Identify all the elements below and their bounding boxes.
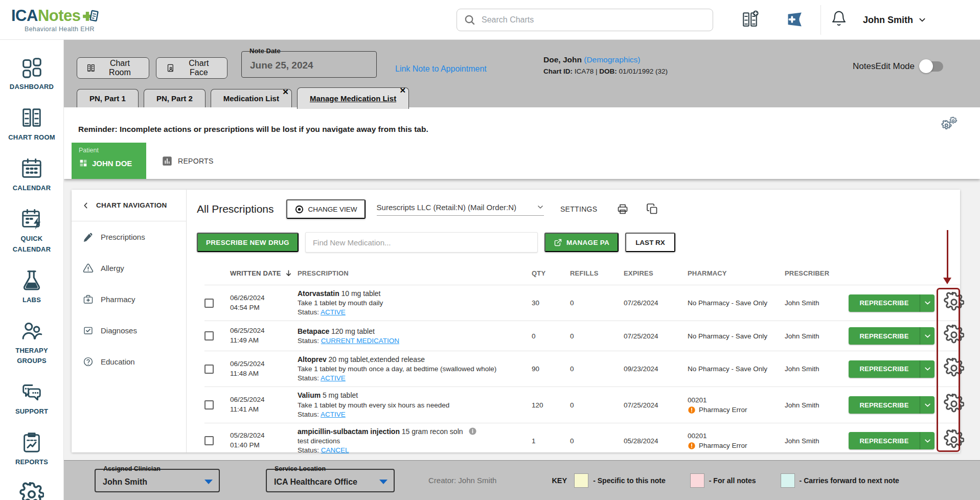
sort-descending-icon[interactable] xyxy=(284,269,293,278)
last-rx-button[interactable]: LAST RX xyxy=(625,233,675,252)
creator-text: Creator: John Smith xyxy=(428,476,496,485)
find-medication-input[interactable] xyxy=(305,232,538,253)
sidebar-item[interactable]: CHART ROOM xyxy=(1,106,62,143)
sidebar-settings-gear-icon[interactable] xyxy=(19,482,44,500)
search-input[interactable] xyxy=(457,9,713,31)
note-tab[interactable]: PN, Part 2 ✕ xyxy=(144,89,206,107)
chart-navigation-item[interactable]: Diagnoses xyxy=(72,315,186,346)
status-link[interactable]: ACTIVE xyxy=(321,411,346,418)
chart-navigation-item[interactable]: Allergy xyxy=(72,253,186,284)
sidebar-item[interactable]: QUICK CALENDAR xyxy=(1,207,62,254)
prescribe-new-drug-button[interactable]: PRESCRIBE NEW DRUG xyxy=(197,233,299,252)
row-checkbox[interactable] xyxy=(204,365,214,374)
note-tab-label: Manage Medication List xyxy=(310,94,396,103)
status-link[interactable]: ACTIVE xyxy=(321,374,346,382)
row-checkbox[interactable] xyxy=(204,299,214,308)
user-menu[interactable]: John Smith xyxy=(863,0,926,40)
chevron-down-icon[interactable] xyxy=(920,432,935,449)
manage-pa-button[interactable]: MANAGE PA xyxy=(544,233,619,252)
represcribe-button[interactable]: REPRESCRIBE xyxy=(849,294,935,312)
status-link[interactable]: ACTIVE xyxy=(321,308,346,316)
represcribe-button[interactable]: REPRESCRIBE xyxy=(849,327,935,345)
nav-item-icon xyxy=(83,232,94,242)
qty-cell: 1 xyxy=(532,437,570,445)
sidebar-item[interactable]: DASHBOARD xyxy=(1,55,62,92)
sidebar-item[interactable]: THERAPY GROUPS xyxy=(1,319,62,366)
close-icon[interactable]: ✕ xyxy=(282,87,289,97)
link-note-to-appointment[interactable]: Link Note to Appointment xyxy=(395,64,487,74)
dob-value: 01/01/1992 (32) xyxy=(619,67,668,75)
notes-edit-toggle[interactable] xyxy=(921,61,943,72)
chart-navigation-item[interactable]: Pharmacy xyxy=(72,284,186,315)
drug-directions: Take 1 tablet by mouth daily xyxy=(298,299,525,308)
key-color-swatch xyxy=(690,473,704,488)
pharmacy-cell: 00201 Pharmacy Error xyxy=(688,396,785,414)
close-icon[interactable]: ✕ xyxy=(400,86,406,95)
note-tab[interactable]: Manage Medication List ✕ xyxy=(297,87,409,109)
reports-tab[interactable]: REPORTS xyxy=(153,143,222,179)
chart-navigation-item[interactable]: Education xyxy=(72,346,186,377)
qty-cell: 0 xyxy=(532,332,570,340)
exclamation-icon xyxy=(688,442,696,450)
status-link[interactable]: CANCEL xyxy=(321,446,349,454)
assigned-clinician-dropdown[interactable]: Assigned Clinician John Smith xyxy=(95,469,220,492)
sidebar-item[interactable]: REPORTS xyxy=(1,430,62,467)
note-tab[interactable]: PN, Part 1 ✕ xyxy=(77,89,139,107)
chart-room-button[interactable]: Chart Room xyxy=(77,57,149,79)
chevron-down-icon[interactable] xyxy=(920,294,935,312)
prescription-row: 06/25/2024 11:49 AM Betapace 120 mg tabl… xyxy=(204,321,960,351)
pharmacy-network-dropdown[interactable]: Surescripts LLC (Retail:N) (Mail Order:N… xyxy=(377,203,544,216)
written-date-cell: 06/25/2024 11:41 AM xyxy=(222,395,298,415)
chart-navigation-header[interactable]: CHART NAVIGATION xyxy=(72,190,186,221)
status-link[interactable]: CURRENT MEDICATION xyxy=(321,337,399,345)
column-written-date[interactable]: WRITTEN DATE xyxy=(222,269,298,278)
new-chart-icon[interactable] xyxy=(786,10,804,29)
pharmacy-name: No Pharmacy - Save Only xyxy=(688,299,785,307)
sidebar-item[interactable]: LABS xyxy=(1,268,62,305)
patient-grid-icon xyxy=(79,158,88,168)
chart-face-button[interactable]: Chart Face xyxy=(156,57,227,79)
chart-navigation-item[interactable]: Prescriptions xyxy=(72,221,186,253)
row-checkbox[interactable] xyxy=(204,400,214,410)
person-document-icon xyxy=(166,63,175,73)
settings-button[interactable]: SETTINGS xyxy=(560,205,597,213)
demographics-link[interactable]: (Demographics) xyxy=(584,55,640,64)
row-checkbox[interactable] xyxy=(204,436,214,445)
reminder-band: Reminder: Incomplete actions or prescrip… xyxy=(64,107,980,179)
sidebar-item[interactable]: SUPPORT xyxy=(1,380,62,417)
patient-tab-john-doe[interactable]: Patient JOHN DOE xyxy=(72,143,146,179)
notifications-bell-icon[interactable] xyxy=(831,10,847,27)
chevron-down-icon[interactable] xyxy=(920,327,935,345)
prescription-cell: ampicillin-sulbactam injection 15 gram r… xyxy=(298,427,532,455)
copy-icon[interactable] xyxy=(646,203,658,215)
notes-edit-mode: NotesEdit Mode xyxy=(853,61,943,72)
chevron-down-icon[interactable] xyxy=(920,360,935,378)
sidebar-item[interactable]: CALENDAR xyxy=(1,156,62,193)
change-view-button[interactable]: CHANGE VIEW xyxy=(286,199,366,219)
represcribe-button[interactable]: REPRESCRIBE xyxy=(849,360,935,378)
sidebar-item-label: SUPPORT xyxy=(15,406,48,417)
info-icon[interactable] xyxy=(468,427,477,436)
service-location-dropdown[interactable]: Service Location ICA Healthcare Office xyxy=(266,469,395,492)
print-icon[interactable] xyxy=(617,203,629,215)
note-tab[interactable]: Medication List ✕ xyxy=(211,89,292,107)
color-key: KEY - Specific to this note - For all no… xyxy=(552,473,923,488)
chart-navigation-items: Prescriptions Allergy Pharmacy xyxy=(72,221,186,377)
pharmacy-name: No Pharmacy - Save Only xyxy=(688,365,785,373)
chevron-down-icon[interactable] xyxy=(920,396,935,414)
column-refills: REFILLS xyxy=(570,269,624,277)
prescription-settings-gears-icon[interactable] xyxy=(941,117,958,133)
logo-text-notes: Notes xyxy=(38,7,81,25)
row-checkbox[interactable] xyxy=(204,331,214,340)
chart-navigation-panel: CHART NAVIGATION Prescriptions xyxy=(72,190,187,452)
nav-item-label: Pharmacy xyxy=(101,295,135,304)
refills-cell: 0 xyxy=(570,437,624,445)
chart-room-quick-icon[interactable] xyxy=(741,10,759,29)
key-item-label: - For all notes xyxy=(709,476,756,485)
sidebar-item-icon xyxy=(20,430,43,454)
represcribe-button[interactable]: REPRESCRIBE xyxy=(849,396,935,414)
note-date-field[interactable]: Note Date June 25, 2024 xyxy=(241,51,377,78)
key-color-swatch xyxy=(574,473,588,488)
represcribe-button[interactable]: REPRESCRIBE xyxy=(849,432,935,449)
expires-cell: 07/26/2024 xyxy=(624,299,688,307)
